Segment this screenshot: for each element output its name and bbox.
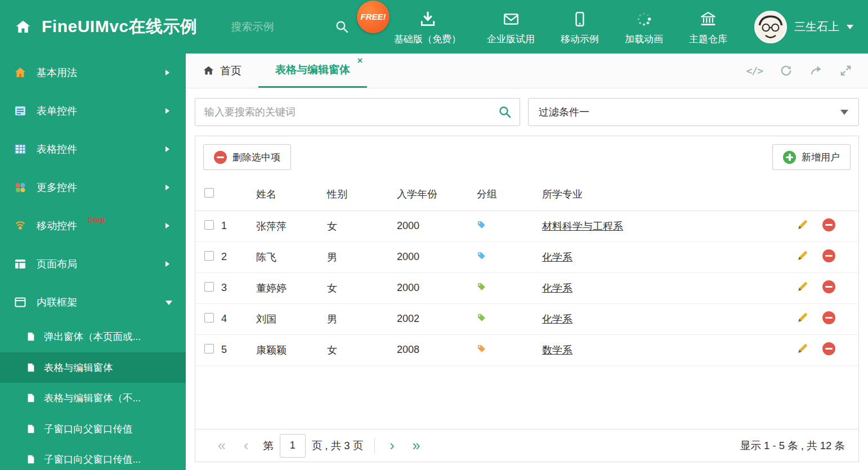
year-cell: 2000 xyxy=(397,241,477,272)
gender-cell: 男 xyxy=(327,241,397,272)
page-total-label: 页 , 共 3 页 xyxy=(312,438,364,453)
delete-icon[interactable] xyxy=(822,249,835,262)
nav-label: 加载动画 xyxy=(625,33,663,46)
expand-icon[interactable] xyxy=(839,64,852,77)
refresh-icon[interactable] xyxy=(780,64,793,77)
sidebar-item-label: 页面布局 xyxy=(37,257,77,271)
gender-cell: 女 xyxy=(327,211,397,241)
submenu-item-child-to-parent-2[interactable]: 子窗口向父窗口传值... xyxy=(0,444,186,470)
major-link[interactable]: 材料科学与工程系 xyxy=(542,221,623,232)
sidebar-item-inline-frame[interactable]: 内联框架 xyxy=(0,283,186,321)
nav-item-mobile-demo[interactable]: 移动示例 xyxy=(561,8,599,46)
main-content: 首页 表格与编辑窗体 × </> 过滤条件一 xyxy=(186,53,868,470)
delete-icon[interactable] xyxy=(822,218,835,231)
name-cell: 张萍萍 xyxy=(253,211,327,241)
sidebar-item-page-layout[interactable]: 页面布局 xyxy=(0,245,186,283)
source-code-icon[interactable]: </> xyxy=(746,65,763,77)
sidebar-item-more-controls[interactable]: 更多控件 xyxy=(0,168,186,207)
prev-page-button[interactable]: ‹ xyxy=(235,438,257,453)
minus-icon xyxy=(214,151,227,164)
sidebar-item-basic-usage[interactable]: 基本用法 xyxy=(0,53,186,92)
column-header-major: 所学专业 xyxy=(542,178,797,211)
submenu-item-child-to-parent[interactable]: 子窗口向父窗口传值 xyxy=(0,414,186,445)
sidebar-item-form-controls[interactable]: 表单控件 xyxy=(0,92,186,130)
tab-actions: </> xyxy=(746,53,868,88)
edit-icon[interactable] xyxy=(797,218,809,231)
add-user-button[interactable]: 新增用户 xyxy=(772,144,851,170)
keyword-search-input[interactable] xyxy=(204,106,498,118)
major-link[interactable]: 化学系 xyxy=(542,314,572,325)
sidebar-item-mobile-controls[interactable]: 移动控件 Corp xyxy=(0,207,186,245)
app-window: FineUIMvc在线示例 FREE! 基础版（免费） 企业版试用 xyxy=(0,0,868,470)
tag-icon xyxy=(477,344,486,353)
brand[interactable]: FineUIMvc在线示例 xyxy=(15,15,198,38)
tab-home[interactable]: 首页 xyxy=(186,53,258,88)
first-page-button[interactable]: « xyxy=(209,438,235,453)
mobile-icon xyxy=(571,11,588,28)
delete-icon[interactable] xyxy=(822,342,835,355)
nav-item-loading-animations[interactable]: 加载动画 xyxy=(625,8,663,46)
submenu-item-grid-edit-window[interactable]: 表格与编辑窗体 xyxy=(0,352,186,383)
user-menu[interactable]: 三生石上 xyxy=(754,11,853,43)
layout-icon xyxy=(14,258,27,270)
grid-toolbar: 删除选中项 新增用户 xyxy=(195,136,858,178)
major-link[interactable]: 化学系 xyxy=(542,283,572,294)
column-header-group: 分组 xyxy=(477,178,542,211)
nav-item-enterprise-trial[interactable]: 企业版试用 xyxy=(487,8,535,46)
row-checkbox[interactable] xyxy=(204,220,214,230)
chevron-right-icon xyxy=(165,70,172,75)
top-header: FineUIMvc在线示例 FREE! 基础版（免费） 企业版试用 xyxy=(0,0,868,53)
search-icon[interactable] xyxy=(335,20,349,34)
chevron-right-icon xyxy=(165,185,172,190)
submenu-item-grid-edit-window-2[interactable]: 表格与编辑窗体（不... xyxy=(0,383,186,414)
page-input[interactable] xyxy=(280,434,306,458)
major-link[interactable]: 化学系 xyxy=(542,252,572,263)
last-page-button[interactable]: » xyxy=(404,438,429,453)
filter-select[interactable]: 过滤条件一 xyxy=(528,98,859,126)
edit-icon[interactable] xyxy=(797,249,809,262)
delete-icon[interactable] xyxy=(822,311,835,324)
edit-icon[interactable] xyxy=(797,280,809,293)
table-row: 1 张萍萍 女 2000 材料科学与工程系 xyxy=(195,211,858,241)
nav-item-basic-edition[interactable]: FREE! 基础版（免费） xyxy=(394,8,461,46)
corp-tag: Corp xyxy=(88,216,105,224)
nav-label: 主题仓库 xyxy=(689,33,727,46)
delete-icon[interactable] xyxy=(822,280,835,293)
row-checkbox[interactable] xyxy=(204,344,214,353)
row-checkbox[interactable] xyxy=(204,282,214,292)
table-header-row: 姓名 性别 入学年份 分组 所学专业 xyxy=(195,178,858,211)
close-icon[interactable]: × xyxy=(357,56,363,65)
name-cell: 康颖颖 xyxy=(253,334,327,365)
major-link[interactable]: 数学系 xyxy=(542,344,572,356)
pager: « ‹ 第 页 , 共 3 页 › » 显示 1 - 5 条 , 共 12 条 xyxy=(195,429,858,462)
submenu-item-label: 表格与编辑窗体（不... xyxy=(44,391,141,405)
edit-icon[interactable] xyxy=(797,342,809,355)
nav-item-theme-store[interactable]: 主题仓库 xyxy=(689,8,727,46)
house-icon xyxy=(14,66,27,79)
page-label-prefix: 第 xyxy=(263,438,274,453)
bank-icon xyxy=(700,11,717,28)
next-page-button[interactable]: › xyxy=(381,438,403,453)
edit-icon[interactable] xyxy=(797,311,809,324)
year-cell: 2000 xyxy=(397,272,477,303)
grid-panel: 删除选中项 新增用户 姓名 性别 xyxy=(195,136,859,462)
gender-cell: 女 xyxy=(327,334,397,365)
row-number: 4 xyxy=(221,303,253,334)
column-header-gender: 性别 xyxy=(327,178,397,211)
header-search-input[interactable] xyxy=(231,21,316,33)
sidebar-item-label: 更多控件 xyxy=(37,181,77,194)
button-label: 新增用户 xyxy=(802,151,840,164)
submenu-item-popup-window[interactable]: 弹出窗体（本页面或... xyxy=(0,321,186,352)
select-all-checkbox[interactable] xyxy=(204,188,214,198)
home-icon xyxy=(203,65,214,77)
row-checkbox[interactable] xyxy=(204,251,214,261)
page-icon xyxy=(26,424,36,434)
page-icon xyxy=(26,454,36,464)
sidebar-item-grid-controls[interactable]: 表格控件 xyxy=(0,130,186,168)
submenu-item-label: 表格与编辑窗体 xyxy=(44,361,113,374)
tab-grid-edit-window[interactable]: 表格与编辑窗体 × xyxy=(258,53,367,88)
row-checkbox[interactable] xyxy=(204,313,214,323)
delete-selected-button[interactable]: 删除选中项 xyxy=(203,144,291,170)
search-icon[interactable] xyxy=(498,105,512,119)
share-icon[interactable] xyxy=(809,64,822,77)
